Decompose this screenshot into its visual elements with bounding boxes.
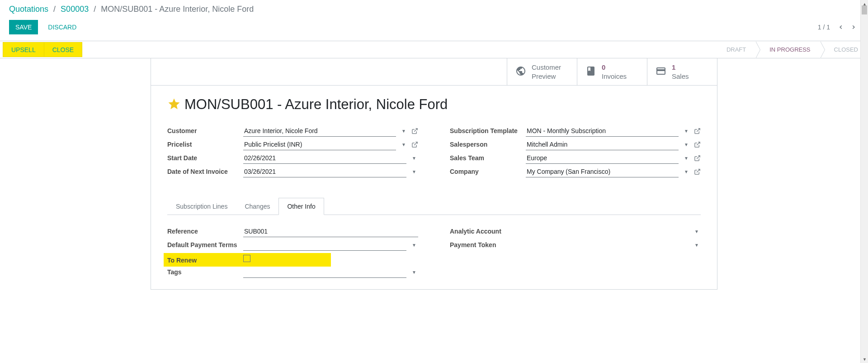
external-link-icon[interactable] xyxy=(694,128,701,134)
chevron-down-icon[interactable]: ▼ xyxy=(400,129,408,134)
start-date-label: Start Date xyxy=(167,153,240,162)
svg-line-1 xyxy=(414,142,417,145)
control-bar: Save Discard 1 / 1 xyxy=(0,16,868,41)
salesperson-field[interactable] xyxy=(526,139,679,150)
breadcrumb-separator: / xyxy=(53,5,56,14)
svg-line-0 xyxy=(414,129,417,132)
stat-label: Customer xyxy=(532,63,561,72)
discard-button[interactable]: Discard xyxy=(42,20,83,34)
globe-icon xyxy=(515,66,526,78)
company-field[interactable] xyxy=(526,166,679,177)
stat-label: Sales xyxy=(672,72,689,81)
reference-field[interactable] xyxy=(243,226,418,237)
stage-in-progress[interactable]: In Progress xyxy=(756,41,820,58)
svg-line-5 xyxy=(697,169,700,172)
statusbar: Upsell Close Draft In Progress Closed xyxy=(0,41,868,58)
salesperson-label: Salesperson xyxy=(450,139,522,148)
upsell-button[interactable]: Upsell xyxy=(3,42,44,57)
form-sheet: Customer Preview 0 Invoices 1 xyxy=(151,58,717,290)
stat-label: Preview xyxy=(532,72,561,81)
subscription-template-field[interactable] xyxy=(526,125,679,137)
chevron-down-icon[interactable]: ▼ xyxy=(410,156,418,161)
close-button[interactable]: Close xyxy=(44,42,82,57)
analytic-account-field[interactable] xyxy=(526,226,689,237)
next-invoice-field[interactable] xyxy=(243,166,406,177)
save-button[interactable]: Save xyxy=(9,20,38,34)
external-link-icon[interactable] xyxy=(694,141,701,148)
customer-label: Customer xyxy=(167,125,240,134)
subscription-template-label: Subscription Template xyxy=(450,125,522,134)
breadcrumb-separator: / xyxy=(94,5,96,14)
sales-button[interactable]: 1 Sales xyxy=(647,58,717,85)
scrollbar-thumb[interactable] xyxy=(862,5,867,14)
customer-preview-button[interactable]: Customer Preview xyxy=(507,58,577,85)
breadcrumb: Quotations / S00003 / MON/SUB001 - Azure… xyxy=(0,0,868,16)
external-link-icon[interactable] xyxy=(694,168,701,175)
payment-terms-label: Default Payment Terms xyxy=(167,239,240,248)
pricelist-label: Pricelist xyxy=(167,139,240,148)
stat-buttons: Customer Preview 0 Invoices 1 xyxy=(151,58,717,86)
external-link-icon[interactable] xyxy=(411,128,418,134)
to-renew-label: To Renew xyxy=(167,255,240,264)
tab-changes[interactable]: Changes xyxy=(236,198,278,215)
external-link-icon[interactable] xyxy=(411,141,418,148)
scrollbar[interactable]: ▲ ▼ xyxy=(860,0,868,290)
credit-card-icon xyxy=(656,66,666,78)
record-title: MON/SUB001 - Azure Interior, Nicole Ford xyxy=(184,96,448,113)
payment-terms-field[interactable] xyxy=(243,239,406,251)
tab-other-info[interactable]: Other Info xyxy=(278,198,324,215)
chevron-down-icon[interactable]: ▼ xyxy=(410,270,418,275)
svg-line-4 xyxy=(697,156,700,159)
svg-line-2 xyxy=(697,129,700,132)
chevron-down-icon[interactable]: ▼ xyxy=(682,142,690,147)
book-icon xyxy=(585,66,596,78)
sales-team-label: Sales Team xyxy=(450,153,522,162)
payment-token-field[interactable] xyxy=(526,239,689,251)
payment-token-label: Payment Token xyxy=(450,239,522,248)
breadcrumb-root[interactable]: Quotations xyxy=(9,5,48,14)
pager-count: 1 / 1 xyxy=(818,24,830,31)
to-renew-checkbox[interactable] xyxy=(243,255,250,262)
start-date-field[interactable] xyxy=(243,153,406,164)
stat-label: Invoices xyxy=(602,72,627,81)
reference-label: Reference xyxy=(167,226,240,235)
breadcrumb-parent[interactable]: S00003 xyxy=(61,5,89,14)
star-icon[interactable] xyxy=(167,97,181,112)
tab-subscription-lines[interactable]: Subscription Lines xyxy=(167,198,236,215)
pager-next-button[interactable] xyxy=(848,22,859,33)
stage-draft[interactable]: Draft xyxy=(718,41,756,58)
invoices-button[interactable]: 0 Invoices xyxy=(577,58,647,85)
pricelist-field[interactable] xyxy=(243,139,396,150)
tabs: Subscription Lines Changes Other Info xyxy=(167,198,701,215)
tags-field[interactable] xyxy=(243,267,406,278)
pager-prev-button[interactable] xyxy=(835,22,846,33)
chevron-down-icon[interactable]: ▼ xyxy=(682,129,690,134)
chevron-down-icon[interactable]: ▼ xyxy=(410,243,418,248)
company-label: Company xyxy=(450,166,522,175)
chevron-down-icon[interactable]: ▼ xyxy=(693,243,701,248)
customer-field[interactable] xyxy=(243,125,396,137)
chevron-down-icon[interactable]: ▼ xyxy=(400,142,408,147)
chevron-down-icon[interactable]: ▼ xyxy=(682,169,690,174)
breadcrumb-current: MON/SUB001 - Azure Interior, Nicole Ford xyxy=(101,5,254,14)
chevron-down-icon[interactable]: ▼ xyxy=(682,156,690,161)
chevron-down-icon[interactable]: ▼ xyxy=(693,229,701,234)
svg-line-3 xyxy=(697,142,700,145)
analytic-account-label: Analytic Account xyxy=(450,226,522,235)
stat-value: 0 xyxy=(602,63,627,72)
sales-team-field[interactable] xyxy=(526,153,679,164)
stat-value: 1 xyxy=(672,63,689,72)
external-link-icon[interactable] xyxy=(694,155,701,162)
next-invoice-label: Date of Next Invoice xyxy=(167,166,240,175)
chevron-down-icon[interactable]: ▼ xyxy=(410,169,418,174)
tags-label: Tags xyxy=(167,267,240,276)
